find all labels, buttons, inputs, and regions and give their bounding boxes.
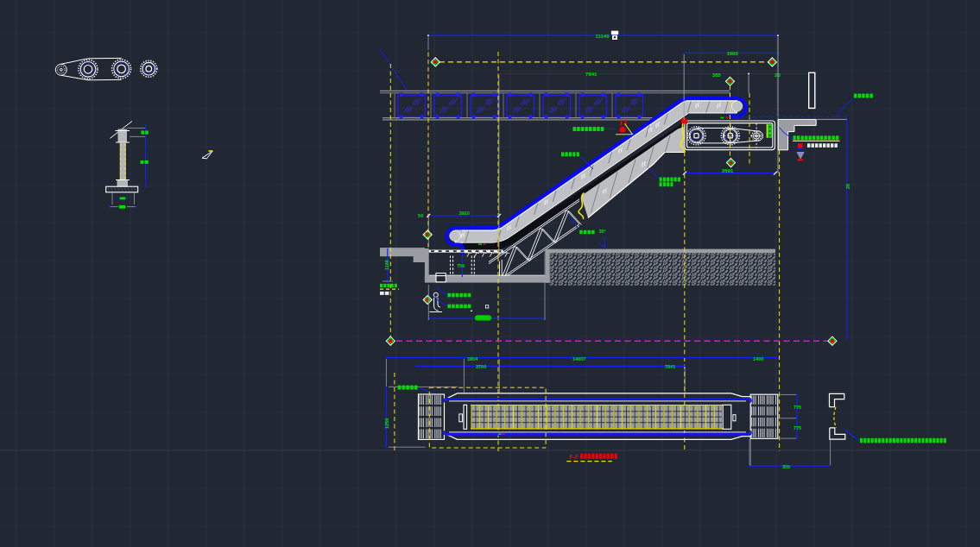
- svg-text:2691: 2691: [722, 168, 734, 173]
- svg-text:7841: 7841: [585, 72, 597, 77]
- svg-text:385: 385: [712, 72, 722, 78]
- svg-text:1804: 1804: [467, 356, 478, 362]
- svg-text:3700: 3700: [476, 364, 486, 369]
- svg-text:775: 775: [793, 425, 801, 431]
- svg-text:20: 20: [845, 184, 850, 189]
- svg-text:11140: 11140: [596, 34, 610, 39]
- svg-text:1400: 1400: [753, 356, 763, 362]
- svg-text:50: 50: [418, 213, 423, 218]
- svg-text:775: 775: [793, 405, 801, 410]
- svg-text:350: 350: [782, 464, 790, 469]
- svg-text:35°: 35°: [599, 229, 606, 234]
- svg-text:2910: 2910: [459, 211, 470, 216]
- svg-text:750: 750: [457, 263, 465, 268]
- svg-text:14007: 14007: [572, 356, 585, 362]
- svg-text:1250: 1250: [384, 418, 389, 429]
- svg-text:F-F: F-F: [569, 454, 578, 460]
- svg-text:1100: 1100: [384, 260, 389, 270]
- svg-text:1600: 1600: [726, 51, 738, 56]
- svg-text:7841: 7841: [665, 364, 675, 369]
